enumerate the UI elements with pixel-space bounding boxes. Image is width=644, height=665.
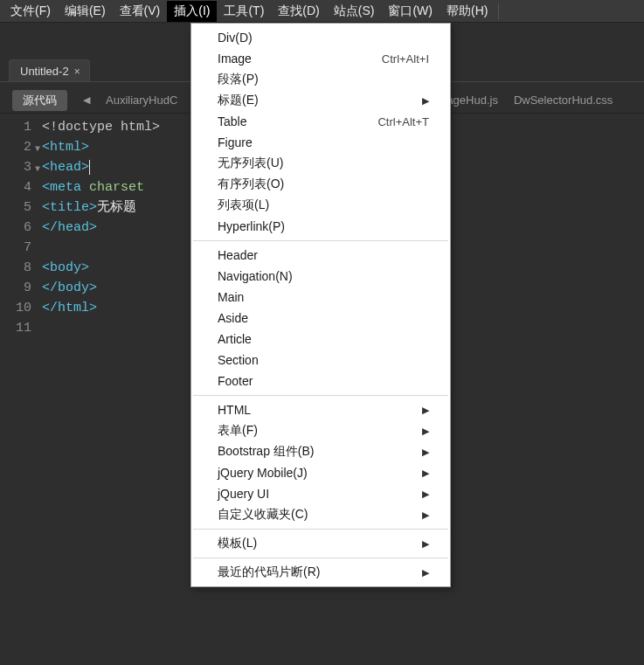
menu-item[interactable]: 插入(I) (167, 1, 217, 22)
code-line[interactable]: <!doctype html> (42, 117, 160, 137)
dropdown-item-label: Aside (218, 311, 248, 325)
dropdown-item-label: Article (218, 332, 252, 346)
dropdown-item[interactable]: jQuery Mobile(J)▶ (191, 462, 450, 483)
menu-item[interactable]: 查找(D) (271, 1, 326, 22)
dropdown-item[interactable]: 模板(L)▶ (191, 533, 450, 554)
code-line[interactable]: </html> (42, 298, 160, 318)
dropdown-item-label: Hyperlink(P) (218, 219, 285, 233)
dropdown-item-label: 最近的代码片断(R) (218, 565, 320, 580)
dropdown-item[interactable]: 有序列表(O) (191, 174, 450, 195)
code-line[interactable]: <title>无标题 (42, 197, 160, 218)
related-file[interactable]: DwSelectorHud.css (514, 94, 613, 107)
file-tab-untitled[interactable]: Untitled-2 × (9, 59, 90, 81)
insert-dropdown-menu: Div(D)ImageCtrl+Alt+I段落(P)标题(E)▶TableCtr… (190, 23, 451, 587)
line-number: 6 (5, 218, 31, 238)
code-line[interactable] (42, 318, 160, 338)
code-line[interactable]: <body> (42, 258, 160, 278)
chevron-left-icon[interactable]: ◀ (83, 94, 90, 106)
chevron-right-icon: ▶ (422, 538, 429, 550)
dropdown-item[interactable]: 段落(P) (191, 69, 450, 90)
dropdown-item[interactable]: 表单(F)▶ (191, 420, 450, 441)
dropdown-item[interactable]: Figure (191, 132, 450, 153)
line-number: 9 (5, 278, 31, 298)
fold-marker-icon[interactable]: ▼ (35, 159, 40, 179)
dropdown-item-label: Footer (218, 374, 253, 388)
menubar: 文件(F)编辑(E)查看(V)插入(I)工具(T)查找(D)站点(S)窗口(W)… (0, 0, 644, 23)
dropdown-item[interactable]: Footer (191, 371, 450, 391)
related-file[interactable]: ageHud.js (447, 94, 498, 107)
dropdown-item-label: Header (218, 248, 258, 262)
menu-item[interactable]: 查看(V) (113, 1, 168, 22)
menu-item[interactable]: 窗口(W) (381, 1, 440, 22)
code-line[interactable]: <html> (42, 137, 160, 157)
dropdown-item[interactable]: Header (191, 245, 450, 266)
chevron-right-icon: ▶ (422, 488, 429, 500)
menu-divider (498, 3, 499, 19)
dropdown-separator (193, 558, 448, 558)
code-line[interactable]: </head> (42, 218, 160, 238)
code-line[interactable]: <meta charset (42, 177, 160, 197)
dropdown-separator (193, 240, 448, 241)
code-line[interactable]: <head> (42, 157, 160, 177)
dropdown-item[interactable]: Main (191, 287, 450, 308)
source-code-pill[interactable]: 源代码 (12, 90, 67, 111)
menu-item[interactable]: 工具(T) (217, 1, 271, 22)
dropdown-item-label: 自定义收藏夹(C) (218, 507, 308, 523)
chevron-right-icon: ▶ (422, 447, 429, 458)
dropdown-item[interactable]: Article (191, 329, 450, 350)
dropdown-item-label: jQuery UI (218, 487, 269, 501)
dropdown-item-label: HTML (218, 403, 251, 417)
dropdown-item[interactable]: 自定义收藏夹(C)▶ (191, 504, 450, 525)
fold-marker-icon[interactable]: ▼ (35, 139, 40, 159)
dropdown-item[interactable]: 标题(E)▶ (191, 90, 450, 111)
dropdown-item-label: Table (218, 114, 246, 128)
dropdown-item-label: Div(D) (218, 31, 253, 45)
dropdown-item-label: Main (218, 290, 244, 304)
dropdown-shortcut: Ctrl+Alt+T (377, 115, 429, 128)
dropdown-item[interactable]: Navigation(N) (191, 266, 450, 287)
dropdown-item-label: Bootstrap 组件(B) (218, 444, 314, 460)
line-number: 7 (5, 238, 31, 258)
dropdown-item[interactable]: 无序列表(U) (191, 153, 450, 174)
related-file[interactable]: AuxiliaryHudC (106, 94, 177, 107)
dropdown-separator (193, 529, 448, 530)
dropdown-separator (193, 395, 448, 396)
dropdown-item[interactable]: Div(D) (191, 27, 450, 48)
dropdown-item[interactable]: ImageCtrl+Alt+I (191, 48, 450, 69)
dropdown-item[interactable]: Aside (191, 308, 450, 329)
dropdown-item-label: 表单(F) (218, 423, 258, 439)
code-line[interactable] (42, 238, 160, 258)
file-tab-label: Untitled-2 (20, 65, 69, 78)
dropdown-item-label: 模板(L) (218, 536, 257, 551)
chevron-right-icon: ▶ (422, 509, 429, 521)
dropdown-item-label: 标题(E) (218, 93, 259, 108)
menu-item[interactable]: 帮助(H) (440, 1, 495, 22)
dropdown-item[interactable]: HTML▶ (191, 399, 450, 420)
dropdown-shortcut: Ctrl+Alt+I (382, 52, 429, 66)
line-number: 1 (5, 117, 31, 137)
dropdown-item-label: jQuery Mobile(J) (218, 466, 308, 480)
dropdown-item[interactable]: TableCtrl+Alt+T (191, 111, 450, 132)
line-number: 11 (5, 318, 31, 338)
line-gutter: 12▼3▼4567891011 (5, 117, 42, 338)
code-content[interactable]: <!doctype html><html><head><meta charset… (42, 117, 160, 338)
line-number: 5 (5, 197, 31, 218)
dropdown-item[interactable]: Hyperlink(P) (191, 216, 450, 237)
menu-item[interactable]: 编辑(E) (58, 1, 113, 22)
code-line[interactable]: </body> (42, 278, 160, 298)
dropdown-item-label: Image (218, 52, 252, 66)
menu-item[interactable]: 文件(F) (3, 1, 58, 22)
menu-item[interactable]: 站点(S) (327, 1, 382, 22)
dropdown-item[interactable]: Section (191, 350, 450, 371)
dropdown-item[interactable]: jQuery UI▶ (191, 483, 450, 504)
dropdown-item-label: Figure (218, 135, 253, 149)
dropdown-item-label: Navigation(N) (218, 269, 293, 283)
chevron-right-icon: ▶ (422, 426, 429, 437)
line-number: 10 (5, 298, 31, 318)
dropdown-item-label: Section (218, 353, 259, 367)
dropdown-item[interactable]: 最近的代码片断(R)▶ (191, 562, 450, 583)
close-icon[interactable]: × (74, 66, 80, 78)
dropdown-item[interactable]: Bootstrap 组件(B)▶ (191, 441, 450, 462)
dropdown-item[interactable]: 列表项(L) (191, 195, 450, 216)
line-number: 2▼ (5, 137, 31, 157)
